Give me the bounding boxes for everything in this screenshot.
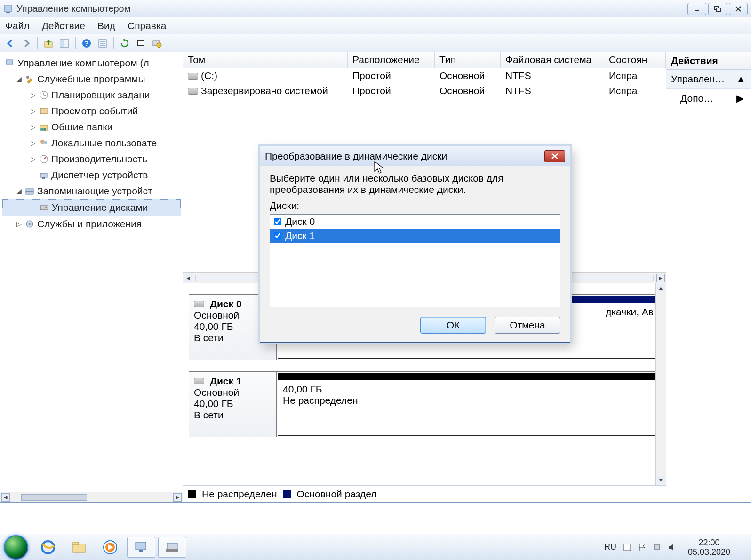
language-indicator[interactable]: RU <box>604 542 616 552</box>
taskbar-ie[interactable] <box>34 537 62 558</box>
expand-icon[interactable]: ▷ <box>30 135 36 151</box>
scroll-down-icon[interactable]: ▼ <box>657 476 665 484</box>
col-volume[interactable]: Том <box>183 52 348 68</box>
tray-clock[interactable]: 22:00 05.03.2020 <box>688 538 730 557</box>
titlebar[interactable]: Управление компьютером <box>0 0 751 17</box>
svg-rect-25 <box>40 173 47 177</box>
collapse-icon[interactable]: ◢ <box>16 71 22 87</box>
expand-icon[interactable]: ▷ <box>30 103 36 119</box>
ok-button[interactable]: ОК <box>420 317 486 334</box>
window-title: Управление компьютером <box>16 3 130 14</box>
disk-settings-button[interactable] <box>150 36 164 50</box>
help-button[interactable]: ? <box>80 36 94 50</box>
tree-storage[interactable]: ◢Запоминающие устройст <box>2 183 181 199</box>
menu-help[interactable]: Справка <box>128 20 166 32</box>
menu-action[interactable]: Действие <box>42 20 85 32</box>
partition[interactable]: 40,00 ГБ Не распределен <box>278 373 659 436</box>
nav-back-button[interactable] <box>3 36 17 50</box>
disk-state: В сети <box>194 409 272 421</box>
tree-local-users[interactable]: ▷Локальные пользовате <box>2 135 181 151</box>
volume-icon <box>188 73 198 80</box>
disk-checkbox[interactable] <box>274 218 281 225</box>
tree-event-viewer[interactable]: ▷Просмотр событий <box>2 103 181 119</box>
volume-list: (C:) Простой Основной NTFS Испра Зарезер… <box>183 68 666 98</box>
tree-services-apps[interactable]: ▷Службы и приложения <box>2 216 181 232</box>
legend-label: Не распределен <box>202 488 277 500</box>
disk-card[interactable]: Диск 1 Основной 40,00 ГБ В сети 40,00 ГБ… <box>189 371 660 437</box>
expand-icon[interactable]: ▷ <box>30 151 36 167</box>
tree-label: Производительность <box>51 151 147 167</box>
chevron-right-icon: ▶ <box>736 93 744 104</box>
svg-rect-15 <box>6 60 13 64</box>
scroll-right-icon[interactable]: ► <box>173 493 182 502</box>
tree-performance[interactable]: ▷Производительность <box>2 151 181 167</box>
col-layout[interactable]: Расположение <box>348 52 435 68</box>
scroll-left-icon[interactable]: ◄ <box>1 493 10 502</box>
legend-swatch-primary <box>283 490 291 498</box>
tree-label: Просмотр событий <box>51 103 138 119</box>
volume-row[interactable]: Зарезервировано системой Простой Основно… <box>183 83 666 98</box>
tree-disk-management[interactable]: Управление дисками <box>2 199 181 216</box>
disk-option[interactable]: Диск 1 <box>270 229 560 243</box>
tree-h-scrollbar[interactable]: ◄ ► <box>0 492 183 502</box>
dialog-listbox[interactable]: Диск 0 Диск 1 <box>270 214 560 307</box>
options-button[interactable] <box>96 36 110 50</box>
minimize-button[interactable] <box>687 3 706 15</box>
dialog-titlebar[interactable]: Преобразование в динамические диски <box>260 146 570 166</box>
folder-shared-icon <box>39 122 48 132</box>
expand-icon[interactable]: ▷ <box>16 216 22 232</box>
col-status[interactable]: Состоян <box>604 52 666 68</box>
volume-row[interactable]: (C:) Простой Основной NTFS Испра <box>183 68 666 83</box>
show-hide-tree-button[interactable] <box>57 36 72 50</box>
disk-checkbox[interactable] <box>274 232 281 240</box>
taskbar-media-player[interactable] <box>96 537 124 558</box>
disk-option[interactable]: Диск 0 <box>270 215 560 229</box>
action-more[interactable]: Допо… ▶ <box>666 89 751 108</box>
action-disk-management[interactable]: Управлен… ▲ <box>666 70 751 89</box>
svg-rect-34 <box>73 544 85 552</box>
start-button[interactable] <box>4 535 28 560</box>
tree-root[interactable]: Управление компьютером (л <box>2 55 181 71</box>
tree-task-scheduler[interactable]: ▷Планировщик задани <box>2 87 181 103</box>
nav-forward-button[interactable] <box>19 36 33 50</box>
tree-system-tools[interactable]: ◢Служебные программы <box>2 71 181 87</box>
cell: Испра <box>604 85 666 96</box>
scroll-thumb[interactable] <box>21 494 87 501</box>
close-button[interactable] <box>729 3 748 15</box>
show-desktop-button[interactable] <box>742 537 747 558</box>
maximize-button[interactable] <box>708 3 727 15</box>
tree-label: Управление дисками <box>52 200 148 216</box>
expand-icon[interactable]: ▷ <box>30 87 36 103</box>
scroll-up-icon[interactable]: ▲ <box>657 284 665 292</box>
scroll-right-icon[interactable]: ► <box>656 274 665 282</box>
tray-network-icon[interactable] <box>653 543 662 552</box>
dialog-close-button[interactable] <box>544 150 565 162</box>
disk-kind: Основной <box>194 387 272 398</box>
cell: Основной <box>435 70 501 81</box>
menu-view[interactable]: Вид <box>97 20 115 32</box>
up-level-button[interactable] <box>41 36 56 50</box>
svg-rect-4 <box>717 8 720 12</box>
col-type[interactable]: Тип <box>435 52 501 68</box>
tree-shared-folders[interactable]: ▷Общие папки <box>2 119 181 135</box>
expand-icon[interactable]: ▷ <box>30 119 36 135</box>
col-filesystem[interactable]: Файловая система <box>501 52 604 68</box>
menu-file[interactable]: Файл <box>5 20 30 32</box>
disk-icon <box>40 203 49 212</box>
tools-icon <box>25 74 34 84</box>
tray-updates-icon[interactable] <box>623 543 631 552</box>
scroll-left-icon[interactable]: ◄ <box>184 274 192 282</box>
cancel-button[interactable]: Отмена <box>495 317 560 334</box>
tray-volume-icon[interactable] <box>668 543 677 552</box>
disk-size: 40,00 ГБ <box>194 398 272 409</box>
rescan-disks-button[interactable] <box>134 36 148 50</box>
tree-device-manager[interactable]: Диспетчер устройств <box>2 167 181 183</box>
taskbar-computer-management[interactable] <box>127 537 155 558</box>
refresh-button[interactable] <box>118 36 132 50</box>
disk-v-scrollbar[interactable]: ▲ ▼ <box>655 283 666 485</box>
system-tray: RU 22:00 05.03.2020 <box>604 537 747 558</box>
tray-flag-icon[interactable] <box>638 543 647 552</box>
taskbar-explorer[interactable] <box>65 537 93 558</box>
taskbar-app[interactable] <box>158 537 186 558</box>
collapse-icon[interactable]: ◢ <box>16 183 22 199</box>
